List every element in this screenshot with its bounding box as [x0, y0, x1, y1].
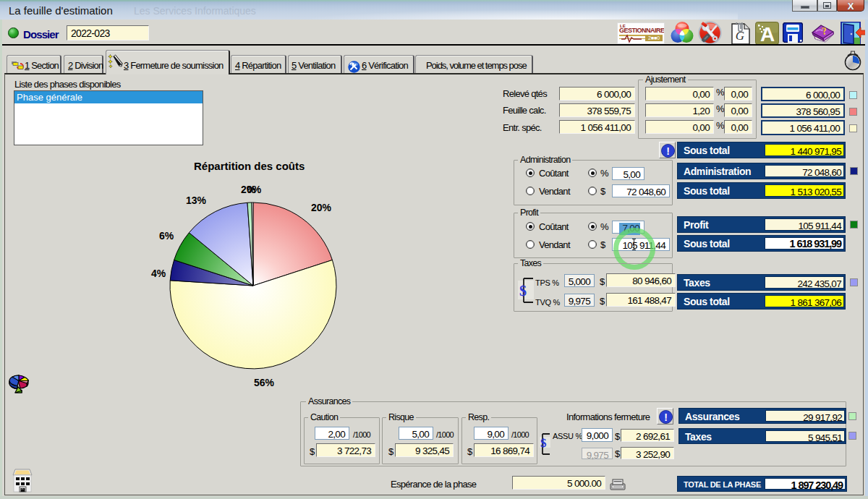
svg-text:!: !	[664, 411, 668, 423]
svg-text:$: $	[519, 283, 527, 299]
svg-text:?: ?	[821, 25, 827, 37]
svg-text:!: !	[666, 145, 670, 157]
svg-text:X: X	[848, 1, 854, 12]
svg-text:$: $	[540, 436, 547, 450]
svg-text:G: G	[736, 29, 744, 43]
